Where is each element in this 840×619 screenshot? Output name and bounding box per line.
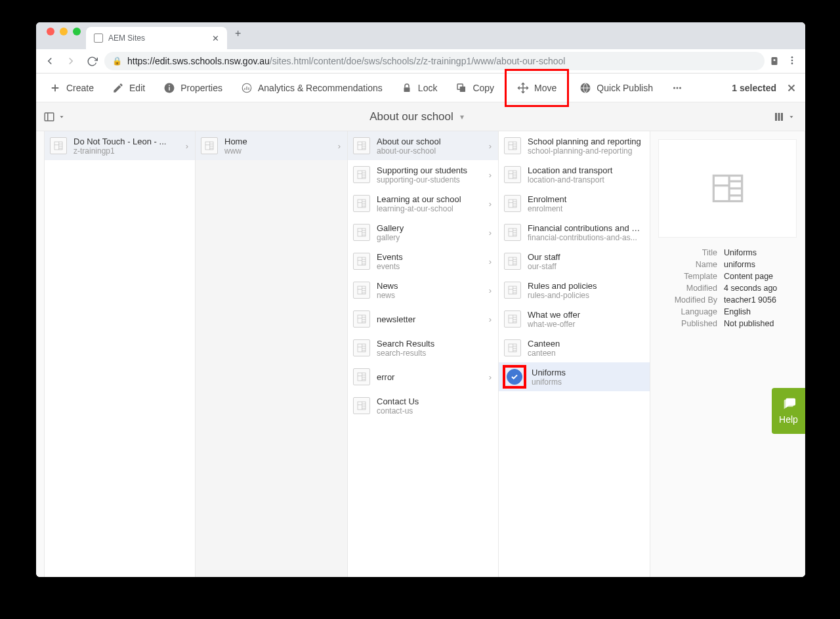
chevron-right-icon: › — [489, 286, 493, 295]
prop-key: Language — [658, 307, 724, 316]
page-item[interactable]: Canteencanteen — [499, 333, 650, 362]
quick-publish-button[interactable]: Quick Publish — [570, 74, 662, 102]
chevron-right-icon: › — [489, 257, 493, 267]
prop-value: Uniforms — [724, 248, 797, 257]
page-title: News — [377, 281, 482, 291]
page-thumb-icon[interactable] — [50, 137, 67, 154]
page-thumb-icon[interactable] — [504, 310, 521, 328]
page-thumb-icon[interactable] — [353, 253, 370, 270]
page-title: Do Not Touch - Leon - ... — [74, 137, 179, 146]
page-item[interactable]: Gallerygallery› — [348, 218, 498, 247]
view-switcher[interactable] — [768, 111, 799, 123]
page-thumb-icon[interactable] — [353, 310, 370, 328]
check-icon[interactable] — [507, 369, 522, 385]
copy-button[interactable]: Copy — [446, 74, 503, 102]
prop-value: Content page — [724, 272, 797, 281]
page-name: learning-at-our-school — [377, 204, 482, 213]
page-thumb-icon[interactable] — [353, 397, 370, 414]
properties-button[interactable]: Properties — [154, 74, 232, 102]
page-item[interactable]: Enrolmentenrolment — [499, 189, 650, 218]
page-thumb-icon[interactable] — [504, 282, 521, 299]
edit-button[interactable]: Edit — [103, 74, 154, 102]
page-name: supporting-our-students — [377, 175, 482, 184]
url-field[interactable]: 🔒 https://edit.sws.schools.nsw.gov.au/si… — [104, 52, 765, 70]
page-item[interactable]: Financial contributions and as...financi… — [499, 218, 650, 247]
page-item[interactable]: error› — [348, 362, 498, 391]
page-title: newsletter — [377, 314, 482, 324]
svg-point-1 — [774, 59, 776, 61]
lock-button[interactable]: Lock — [392, 74, 447, 102]
svg-rect-9 — [169, 85, 170, 86]
selection-count: 1 selected — [732, 83, 782, 93]
reload-button[interactable] — [83, 53, 100, 70]
page-thumb-icon[interactable] — [504, 224, 521, 241]
page-item[interactable]: Location and transportlocation-and-trans… — [499, 160, 650, 189]
page-item[interactable]: Contact Uscontact-us — [348, 391, 498, 420]
page-thumb-icon[interactable] — [504, 137, 521, 154]
svg-point-20 — [673, 87, 675, 89]
forward-button[interactable] — [62, 53, 79, 70]
browser-tab-bar: AEM Sites ✕ + — [36, 22, 805, 49]
page-thumb-icon[interactable] — [504, 166, 521, 183]
page-thumb-icon[interactable] — [201, 137, 218, 154]
page-item[interactable]: newsletter› — [348, 305, 498, 333]
page-thumb-icon[interactable] — [353, 137, 370, 154]
deselect-button[interactable] — [782, 74, 801, 102]
page-item[interactable]: School planning and reportingschool-plan… — [499, 131, 650, 160]
page-thumb-icon[interactable] — [353, 166, 370, 183]
page-title: Gallery — [377, 223, 482, 233]
page-title: Learning at our school — [377, 194, 482, 204]
chevron-down-icon: ▾ — [460, 112, 464, 121]
account-icon[interactable] — [768, 55, 780, 67]
page-item[interactable]: Learning at our schoollearning-at-our-sc… — [348, 189, 498, 218]
more-button[interactable] — [662, 74, 692, 102]
maximize-window-icon[interactable] — [73, 28, 81, 35]
page-item[interactable]: Uniformsuniforms — [499, 362, 650, 391]
page-thumb-icon[interactable] — [353, 368, 370, 385]
page-item[interactable]: Our staffour-staff — [499, 247, 650, 276]
page-item[interactable]: Homewww› — [196, 131, 347, 160]
close-window-icon[interactable] — [47, 28, 54, 35]
close-tab-icon[interactable]: ✕ — [212, 33, 219, 43]
page-item[interactable]: Supporting our studentssupporting-our-st… — [348, 160, 498, 189]
page-thumb-icon[interactable] — [504, 195, 521, 212]
svg-point-2 — [791, 56, 793, 58]
page-title: What we offer — [528, 310, 644, 320]
minimize-window-icon[interactable] — [60, 28, 68, 35]
analytics-button[interactable]: Analytics & Recommendations — [232, 74, 392, 102]
page-name: search-results — [377, 349, 493, 358]
page-item[interactable]: Rules and policiesrules-and-policies — [499, 276, 650, 305]
menu-icon[interactable] — [787, 55, 797, 67]
move-button[interactable]: Move — [508, 74, 566, 102]
page-name: location-and-transport — [528, 175, 644, 184]
page-item[interactable]: Newsnews› — [348, 276, 498, 305]
new-tab-button[interactable]: + — [227, 28, 247, 45]
back-button[interactable] — [41, 53, 58, 70]
page-title: Search Results — [377, 339, 493, 349]
create-button[interactable]: Create — [40, 74, 103, 102]
page-item[interactable]: About our schoolabout-our-school› — [348, 131, 498, 160]
page-item[interactable]: Search Resultssearch-results — [348, 333, 498, 362]
detail-panel: TitleUniformsNameuniformsTemplateContent… — [650, 131, 805, 577]
page-thumb-icon[interactable] — [353, 195, 370, 212]
page-thumb-icon[interactable] — [353, 224, 370, 241]
page-item[interactable]: Do Not Touch - Leon - ...z-trainingp1› — [45, 131, 195, 160]
page-title: Supporting our students — [377, 165, 482, 175]
page-thumb-icon[interactable] — [504, 253, 521, 270]
help-button[interactable]: Help — [772, 388, 805, 434]
page-title: Location and transport — [528, 165, 644, 175]
page-item[interactable]: What we offerwhat-we-offer — [499, 305, 650, 333]
page-thumb-icon[interactable] — [353, 339, 370, 356]
svg-rect-30 — [781, 113, 783, 121]
svg-rect-25 — [45, 113, 54, 121]
page-name: financial-contributions-and-as... — [528, 233, 644, 242]
lock-icon: 🔒 — [112, 56, 122, 66]
breadcrumb-title[interactable]: About our school▾ — [65, 110, 768, 123]
svg-point-4 — [791, 62, 793, 64]
rail-toggle[interactable] — [43, 111, 65, 123]
page-thumb-icon[interactable] — [353, 282, 370, 299]
browser-tab[interactable]: AEM Sites ✕ — [86, 27, 227, 49]
page-thumb-icon[interactable] — [504, 339, 521, 356]
page-item[interactable]: Eventsevents› — [348, 247, 498, 276]
window-controls — [44, 28, 86, 45]
